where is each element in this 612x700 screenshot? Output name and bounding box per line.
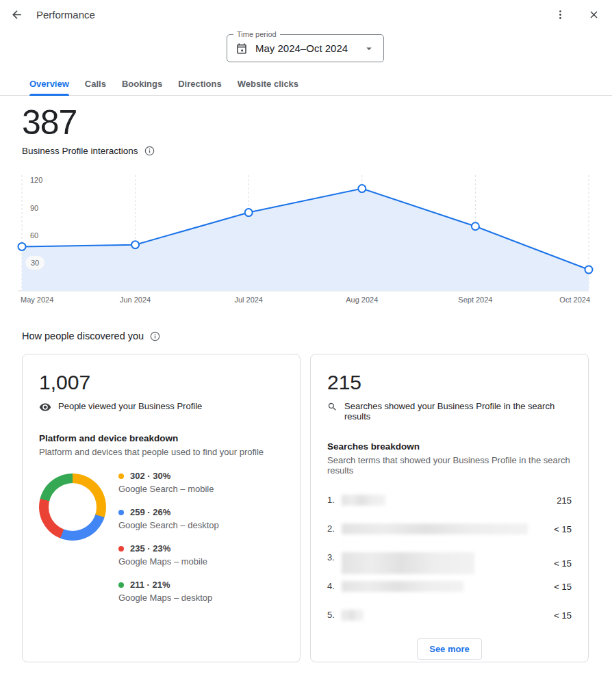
term-rank: 2. — [327, 523, 342, 534]
chevron-down-icon — [363, 42, 375, 55]
search-term-row: 2. < 15 — [327, 523, 572, 534]
platform-breakdown-title: Platform and device breakdown — [39, 433, 283, 443]
legend-label: Google Maps – desktop — [118, 593, 219, 603]
profile-views-card: 1,007 People viewed your Business Profil… — [22, 354, 301, 662]
x-axis-tick: Jun 2024 — [120, 296, 151, 304]
search-term-row: 1. 215 — [327, 495, 572, 506]
redacted-search-term — [342, 495, 385, 506]
eye-icon — [39, 401, 51, 413]
discovery-title: How people discovered you — [22, 330, 144, 341]
term-rank: 4. — [327, 581, 342, 592]
legend-dot-icon — [118, 546, 124, 552]
legend-dot-icon — [118, 582, 124, 588]
search-term-row: 5. < 15 — [327, 610, 572, 621]
redacted-search-term — [342, 610, 364, 621]
term-rank: 5. — [327, 610, 342, 621]
term-value: < 15 — [547, 524, 572, 534]
redacted-search-term — [342, 523, 528, 534]
searches-card: 215 Searches showed your Business Profil… — [310, 354, 589, 662]
searches-breakdown-title: Searches breakdown — [327, 441, 572, 452]
search-terms-list: 1. 215 2. < 15 3. < 15 4. < 15 5. — [327, 495, 572, 621]
line-chart-plot — [22, 171, 589, 291]
close-icon — [588, 9, 600, 21]
y-axis-tick: 30 — [25, 256, 44, 270]
term-value: < 15 — [547, 558, 572, 569]
legend-dot-icon — [118, 474, 124, 479]
arrow-back-icon — [10, 8, 23, 21]
views-count: 1,007 — [39, 371, 283, 394]
search-icon — [327, 402, 337, 412]
x-axis-tick: Oct 2024 — [559, 296, 590, 304]
time-period-select[interactable]: Time period May 2024–Oct 2024 — [227, 34, 384, 62]
legend-label: Google Maps – mobile — [118, 556, 219, 567]
searches-count: 215 — [327, 371, 572, 394]
interactions-count: 387 — [22, 105, 155, 140]
tab-calls[interactable]: Calls — [85, 73, 106, 95]
platform-breakdown-subtitle: Platform and devices that people used to… — [39, 447, 283, 457]
legend-label: Google Search – desktop — [118, 520, 219, 530]
term-value: < 15 — [547, 582, 572, 592]
time-period-value: May 2024–Oct 2024 — [255, 42, 348, 54]
y-axis-tick: 120 — [30, 174, 42, 185]
close-button[interactable] — [585, 6, 602, 23]
y-axis-tick: 60 — [30, 230, 38, 241]
back-button[interactable] — [8, 5, 26, 24]
tab-overview[interactable]: Overview — [29, 73, 69, 95]
time-period-label: Time period — [233, 30, 280, 38]
interactions-line-chart: 306090120 May 2024Jun 2024Jul 2024Aug 20… — [22, 171, 589, 308]
legend-item-search-mobile: 302 · 30% Google Search – mobile — [118, 471, 219, 494]
views-label: People viewed your Business Profile — [58, 401, 202, 411]
platform-donut-chart — [39, 474, 106, 541]
search-term-row: 3. < 15 — [327, 552, 572, 574]
searches-label: Searches showed your Business Profile in… — [344, 401, 572, 422]
interactions-label: Business Profile interactions — [22, 146, 138, 156]
redacted-search-term — [342, 581, 463, 592]
redacted-search-term — [342, 552, 474, 574]
app-bar: Performance — [0, 0, 612, 25]
x-axis-tick: May 2024 — [21, 296, 53, 304]
calendar-icon — [235, 42, 248, 55]
x-axis-tick: Jul 2024 — [234, 296, 263, 304]
discovery-section-header: How people discovered you — [22, 330, 160, 341]
term-value: < 15 — [547, 610, 572, 621]
info-icon[interactable] — [150, 331, 160, 341]
legend-stat: 302 · 30% — [130, 471, 170, 481]
see-more-button[interactable]: See more — [417, 638, 482, 660]
legend-dot-icon — [118, 510, 124, 515]
overflow-menu-button[interactable] — [552, 6, 569, 23]
legend-label: Google Search – mobile — [118, 484, 219, 494]
interactions-summary: 387 Business Profile interactions — [22, 105, 155, 156]
y-axis-tick: 90 — [30, 203, 38, 213]
legend-item-search-desktop: 259 · 26% Google Search – desktop — [118, 507, 219, 530]
legend-stat: 259 · 26% — [130, 507, 170, 517]
tab-bookings[interactable]: Bookings — [122, 73, 162, 95]
legend-item-maps-mobile: 235 · 23% Google Maps – mobile — [118, 543, 219, 567]
kebab-menu-icon — [554, 9, 566, 21]
info-icon[interactable] — [144, 146, 155, 156]
x-axis-tick: Aug 2024 — [346, 296, 378, 304]
legend-item-maps-desktop: 211 · 21% Google Maps – desktop — [118, 580, 219, 603]
tab-bar: Overview Calls Bookings Directions Websi… — [0, 73, 612, 96]
legend-stat: 211 · 21% — [130, 580, 170, 590]
legend-stat: 235 · 23% — [130, 543, 170, 554]
page-title: Performance — [36, 9, 95, 21]
term-value: 215 — [550, 495, 572, 506]
x-axis-tick: Sept 2024 — [458, 296, 492, 304]
search-term-row: 4. < 15 — [327, 581, 572, 592]
term-rank: 3. — [327, 552, 342, 563]
tab-directions[interactable]: Directions — [178, 73, 222, 95]
searches-breakdown-subtitle: Search terms that showed your Business P… — [327, 455, 572, 476]
term-rank: 1. — [327, 495, 342, 506]
tab-website-clicks[interactable]: Website clicks — [238, 73, 298, 95]
donut-legend: 302 · 30% Google Search – mobile 259 · 2… — [118, 468, 219, 616]
